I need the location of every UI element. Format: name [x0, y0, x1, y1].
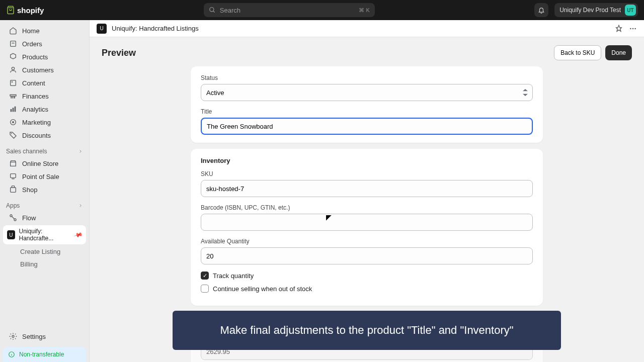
sku-input[interactable]	[201, 180, 533, 197]
sidebar-item-label: Home	[22, 27, 40, 35]
sidebar-channel-shop[interactable]: Shop	[3, 183, 86, 196]
store-name: Uniquify Dev Prod Test	[559, 7, 621, 14]
sidebar-item-label: Create Listing	[20, 248, 60, 255]
svg-rect-7	[10, 95, 16, 96]
pin-icon[interactable]: 📌	[73, 230, 84, 240]
sidebar-item-home[interactable]: Home	[3, 24, 86, 37]
topbar: shopify Search ⌘ K Uniquify Dev Prod Tes…	[0, 0, 644, 20]
marketing-icon	[9, 118, 17, 126]
inventory-header: Inventory	[201, 157, 533, 164]
sidebar-item-products[interactable]: Products	[3, 50, 86, 63]
status-select[interactable]	[201, 84, 533, 101]
barcode-label: Barcode (ISBN, UPC, GTIN, etc.)	[201, 204, 533, 211]
sidebar-item-label: Point of Sale	[22, 173, 59, 180]
shopify-bag-icon	[6, 6, 15, 15]
sidebar-item-label: Discounts	[22, 132, 51, 139]
sidebar-app-sub-create[interactable]: Create Listing	[3, 245, 86, 258]
non-transferable-badge: Non-transferable	[3, 347, 86, 362]
bell-icon	[538, 7, 545, 14]
store-icon	[9, 159, 17, 167]
qty-label: Available Quantity	[201, 238, 533, 245]
avatar: UT	[625, 5, 636, 16]
svg-rect-18	[12, 178, 14, 179]
sidebar-item-label: Billing	[20, 260, 38, 268]
continue-selling-checkbox-row[interactable]: Continue selling when out of stock	[201, 285, 533, 293]
qty-input[interactable]	[201, 247, 533, 264]
more-icon[interactable]	[629, 25, 637, 33]
search-input[interactable]: Search ⌘ K	[204, 3, 375, 17]
sidebar-item-label: Marketing	[22, 119, 51, 126]
back-to-sku-button[interactable]: Back to SKU	[554, 45, 601, 60]
sidebar-item-orders[interactable]: Orders	[3, 37, 86, 50]
svg-point-6	[12, 81, 13, 83]
info-icon	[8, 351, 15, 358]
continue-selling-label: Continue selling when out of stock	[213, 285, 312, 293]
svg-rect-10	[14, 96, 15, 99]
brand-logo[interactable]: shopify	[6, 6, 44, 15]
pin-icon[interactable]	[615, 25, 623, 33]
sidebar-item-finances[interactable]: Finances	[3, 89, 86, 103]
sidebar-item-customers[interactable]: Customers	[3, 63, 86, 76]
svg-point-28	[632, 28, 634, 29]
sidebar: Home Orders Products Customers Content F…	[0, 20, 90, 362]
svg-line-1	[213, 11, 215, 13]
status-label: Status	[201, 74, 533, 81]
cursor-icon: ◤	[326, 213, 332, 221]
svg-rect-19	[11, 188, 16, 192]
svg-rect-2	[11, 41, 16, 47]
sidebar-item-label: Uniquify: Handcrafte...	[19, 228, 70, 242]
discounts-icon	[9, 131, 17, 139]
sidebar-item-label: Shop	[22, 186, 37, 194]
sidebar-app-sub-billing[interactable]: Billing	[3, 258, 86, 270]
track-quantity-checkbox-row[interactable]: Track quantity	[201, 272, 533, 280]
chevron-right-icon[interactable]	[78, 149, 83, 154]
orders-icon	[9, 40, 17, 48]
pos-icon	[9, 172, 17, 180]
sidebar-item-marketing[interactable]: Marketing	[3, 116, 86, 129]
finances-icon	[9, 92, 17, 100]
notifications-button[interactable]	[534, 3, 548, 17]
home-icon	[9, 27, 17, 35]
sidebar-item-content[interactable]: Content	[3, 76, 86, 89]
title-input[interactable]	[201, 118, 533, 135]
store-switcher[interactable]: Uniquify Dev Prod Test UT	[554, 3, 638, 17]
sidebar-item-label: Finances	[22, 93, 49, 100]
app-title: Uniquify: Handcrafted Listings	[112, 25, 199, 32]
sidebar-item-label: Orders	[22, 40, 42, 48]
app-logo-icon: U	[7, 230, 15, 239]
flow-icon	[9, 214, 17, 222]
svg-point-16	[11, 133, 12, 134]
content-icon	[9, 79, 17, 87]
track-quantity-checkbox[interactable]	[201, 272, 209, 280]
svg-point-23	[12, 335, 14, 337]
sidebar-app-flow[interactable]: Flow	[3, 211, 86, 224]
sidebar-item-discounts[interactable]: Discounts	[3, 129, 86, 142]
continue-selling-checkbox[interactable]	[201, 285, 209, 293]
svg-point-4	[12, 67, 14, 70]
svg-rect-13	[15, 107, 16, 112]
svg-rect-17	[11, 174, 16, 178]
sidebar-channel-pos[interactable]: Point of Sale	[3, 170, 86, 183]
shop-icon	[9, 186, 17, 194]
title-label: Title	[201, 108, 533, 115]
sidebar-item-label: Products	[22, 53, 48, 61]
search-icon	[209, 7, 216, 14]
products-icon	[9, 53, 17, 61]
sku-label: SKU	[201, 170, 533, 177]
sidebar-item-label: Content	[22, 79, 45, 87]
inventory-card: Inventory SKU Barcode (ISBN, UPC, GTIN, …	[191, 149, 543, 306]
search-kbd: ⌘ K	[359, 7, 369, 14]
status-card: Status Title	[191, 66, 543, 143]
done-button[interactable]: Done	[605, 45, 632, 60]
instruction-banner: Make final adjustments to the product "T…	[173, 311, 561, 350]
barcode-input[interactable]	[201, 214, 533, 231]
sidebar-channel-online-store[interactable]: Online Store	[3, 157, 86, 170]
content-area: Preview Back to SKU Done Status Title In…	[90, 37, 644, 362]
sidebar-section-channels: Sales channels	[0, 142, 89, 157]
sidebar-item-label: Analytics	[22, 106, 48, 113]
sidebar-item-settings[interactable]: Settings	[3, 330, 86, 343]
chevron-right-icon[interactable]	[78, 203, 83, 208]
sidebar-app-current[interactable]: UUniquify: Handcrafte...📌	[3, 225, 86, 244]
sidebar-item-analytics[interactable]: Analytics	[3, 103, 86, 116]
gear-icon	[9, 332, 17, 340]
